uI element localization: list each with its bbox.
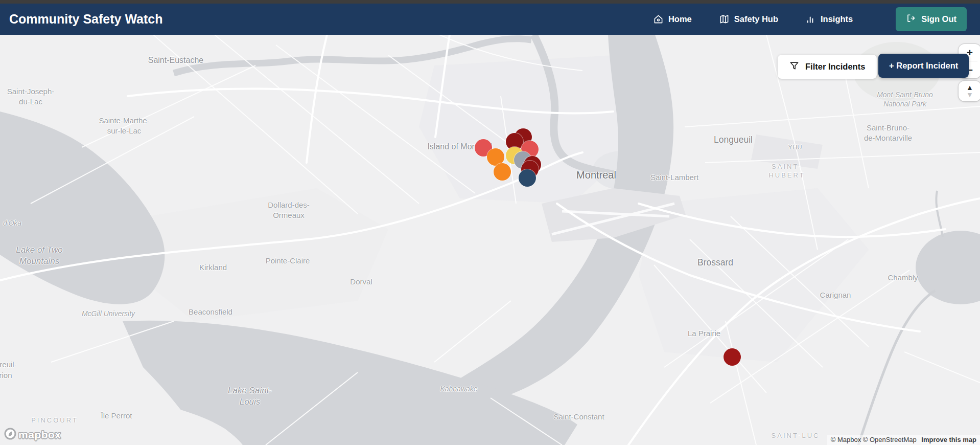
improve-this-map-link[interactable]: Improve this map bbox=[921, 436, 976, 443]
incident-marker[interactable] bbox=[494, 163, 511, 181]
map-basemap bbox=[0, 35, 980, 445]
home-icon bbox=[654, 14, 663, 24]
nav-label: Safety Hub bbox=[734, 14, 778, 24]
bar-chart-icon bbox=[806, 14, 815, 24]
funnel-icon bbox=[789, 61, 799, 73]
nav-item-insights[interactable]: Insights bbox=[806, 14, 853, 24]
incident-marker[interactable] bbox=[724, 348, 741, 366]
map-icon bbox=[719, 14, 729, 24]
nav-item-home[interactable]: Home bbox=[654, 14, 692, 24]
main-nav: Home Safety Hub Insights Sign Out bbox=[654, 7, 967, 31]
filter-label: Filter Incidents bbox=[805, 62, 865, 72]
mapbox-logo[interactable]: mapbox bbox=[4, 428, 61, 442]
report-incident-button[interactable]: + Report Incident bbox=[878, 54, 969, 78]
mapbox-logo-icon bbox=[4, 428, 16, 442]
mapbox-wordmark: mapbox bbox=[18, 429, 61, 441]
incident-marker[interactable] bbox=[519, 169, 536, 187]
nav-item-safety-hub[interactable]: Safety Hub bbox=[719, 14, 778, 24]
sign-out-button[interactable]: Sign Out bbox=[896, 7, 967, 31]
nav-label: Insights bbox=[821, 14, 853, 24]
map-canvas[interactable]: Saint-EustacheSaint-Joseph-du-LacSainte-… bbox=[0, 35, 980, 445]
attribution-mapbox-link[interactable]: © Mapbox bbox=[831, 436, 861, 443]
pitch-up-arrow[interactable]: ▲ bbox=[966, 84, 973, 91]
filter-incidents-button[interactable]: Filter Incidents bbox=[778, 55, 877, 79]
map-attribution: © Mapbox © OpenStreetMap Improve this ma… bbox=[827, 435, 980, 445]
pitch-down-arrow[interactable]: ▼ bbox=[966, 91, 973, 98]
app-header: Community Safety Watch Home Safety Hub I… bbox=[0, 4, 980, 35]
page-title: Community Safety Watch bbox=[9, 12, 163, 27]
attribution-osm-link[interactable]: © OpenStreetMap bbox=[863, 436, 917, 443]
sign-out-label: Sign Out bbox=[921, 14, 956, 24]
map-pitch-control: ▲ ▼ bbox=[959, 81, 980, 101]
nav-label: Home bbox=[668, 14, 692, 24]
sign-out-icon bbox=[906, 13, 916, 25]
window-top-strip bbox=[0, 0, 980, 4]
